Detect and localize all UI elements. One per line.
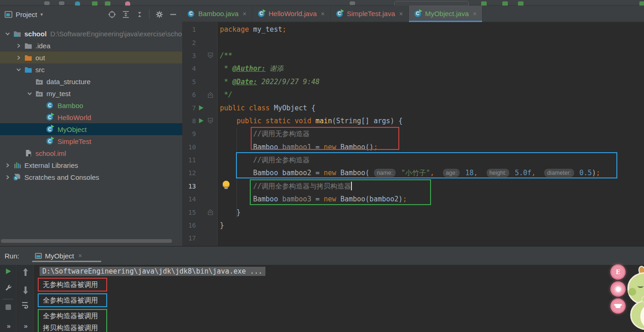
run-tab-myobject[interactable]: MyObject × <box>32 246 101 265</box>
run-line-icon[interactable] <box>196 118 206 124</box>
desktop-pet-overlay: E <box>611 265 644 332</box>
code-line-2[interactable]: 2 <box>182 36 644 49</box>
fold-open-icon[interactable] <box>206 52 214 58</box>
iml-file-icon <box>23 149 33 157</box>
down-arrow-icon[interactable] <box>17 286 34 295</box>
tree-item-external-libraries[interactable]: External Libraries <box>0 159 182 171</box>
toolbar-remnant-icon <box>44 1 50 5</box>
console-line[interactable]: D:\SoftwareEngineering\java\jdk\jdk8\bin… <box>40 267 265 276</box>
scratches-icon <box>12 173 22 181</box>
fold-close-icon[interactable] <box>206 92 214 98</box>
fold-close-icon[interactable] <box>206 209 214 215</box>
tree-item-out[interactable]: out <box>0 52 182 63</box>
hide-panel-icon[interactable] <box>167 9 178 20</box>
code-line-4[interactable]: 4 * @Author: 谢添 <box>182 62 644 75</box>
project-window-icon <box>5 11 12 18</box>
code-text: */ <box>217 91 232 99</box>
tree-item-helloworld[interactable]: CHelloWorld <box>0 111 182 123</box>
more-options-chevrons[interactable]: » <box>17 322 34 330</box>
tab-myobject-java[interactable]: CMyObject.java× <box>409 6 483 22</box>
dragon-cheek <box>628 288 636 296</box>
tree-item-label: External Libraries <box>24 161 78 169</box>
code-line-3[interactable]: 3/** <box>182 49 644 62</box>
code-line-17[interactable]: 17 <box>182 232 644 245</box>
chevron-collapsed-icon[interactable] <box>3 163 12 168</box>
pet-button-clothes[interactable] <box>612 300 624 312</box>
console-line[interactable]: 全参构造器被调用 <box>43 310 98 322</box>
tree-item-bamboo[interactable]: CBamboo <box>0 99 182 111</box>
close-icon[interactable]: × <box>473 10 477 17</box>
line-number: 5 <box>182 78 196 86</box>
fold-open-icon[interactable] <box>206 118 214 124</box>
run-line-icon[interactable] <box>196 105 206 111</box>
code-line-6[interactable]: 6 */ <box>182 88 644 101</box>
code-editor[interactable]: 1package my_test;23/**4 * @Author: 谢添5 *… <box>182 22 644 246</box>
chevron-expanded-icon[interactable] <box>14 67 23 72</box>
tree-item--idea[interactable]: .idea <box>0 40 182 52</box>
tree-item-scratches-and-consoles[interactable]: Scratches and Consoles <box>0 171 182 183</box>
rerun-button[interactable] <box>0 268 17 275</box>
console-line[interactable]: 全参构造器被调用 <box>43 294 98 306</box>
run-badge-icon <box>419 9 422 13</box>
stop-button-disabled[interactable] <box>0 304 17 310</box>
tab-simpletest-java[interactable]: CSimpleTest.java× <box>331 6 409 22</box>
intention-bulb-icon[interactable] <box>223 181 230 188</box>
tab-helloworld-java[interactable]: CHelloWorld.java× <box>253 6 331 22</box>
tree-item-label: Scratches and Consoles <box>24 173 99 181</box>
expand-all-icon[interactable] <box>120 9 131 20</box>
console-line[interactable]: 无参构造器被调用 <box>43 279 98 291</box>
chevron-collapsed-icon[interactable] <box>14 55 23 60</box>
project-path: D:\SoftwareEngineering\java\exercise\sch… <box>50 30 182 38</box>
close-icon[interactable]: × <box>399 10 403 17</box>
code-line-7[interactable]: 7public class MyObject { <box>182 101 644 114</box>
chevron-expanded-icon[interactable] <box>25 91 34 96</box>
more-options-chevrons[interactable]: » <box>0 322 17 330</box>
tree-item-src[interactable]: src <box>0 63 182 75</box>
soft-wrap-icon[interactable] <box>17 301 34 309</box>
up-arrow-icon[interactable] <box>17 268 34 276</box>
line-number: 11 <box>182 156 196 164</box>
project-horizontal-scrollbar[interactable] <box>1 239 172 243</box>
code-line-5[interactable]: 5 * @Date: 2022/9/27 9:48 <box>182 75 644 88</box>
project-folder-icon <box>12 30 22 37</box>
close-icon[interactable]: × <box>78 252 82 259</box>
close-icon[interactable]: × <box>243 10 247 17</box>
code-text: } <box>217 208 241 217</box>
tree-item-school-iml[interactable]: school.iml <box>0 147 182 159</box>
chevron-expanded-icon[interactable] <box>3 31 12 36</box>
collapse-all-icon[interactable] <box>134 9 145 20</box>
chevron-collapsed-icon[interactable] <box>14 43 23 48</box>
pet-button-glow[interactable] <box>612 283 624 295</box>
all-arg-constructor-box <box>236 152 617 178</box>
no-arg-constructor-box <box>251 127 399 150</box>
console-line[interactable]: 拷贝构造器被调用 <box>43 322 98 332</box>
tree-item-label: MyObject <box>58 126 86 133</box>
tab-bamboo-java[interactable]: CBamboo.java× <box>182 6 253 22</box>
line-number: 4 <box>182 65 196 72</box>
tree-item-simpletest[interactable]: CSimpleTest <box>0 135 182 147</box>
intellij-window: Project ▾ <box>0 0 644 332</box>
gutter: 5 <box>182 78 217 86</box>
code-line-15[interactable]: 15 } <box>182 206 644 218</box>
tree-item-school[interactable]: schoolD:\SoftwareEngineering\java\exerci… <box>0 28 182 40</box>
line-number: 13 <box>182 183 196 190</box>
tree-item-data-structure[interactable]: data_structure <box>0 75 182 87</box>
close-icon[interactable]: × <box>321 10 325 17</box>
chevron-collapsed-icon[interactable] <box>3 175 12 180</box>
code-line-8[interactable]: 8 public static void main(String[] args)… <box>182 114 644 127</box>
pet-button-e[interactable]: E <box>612 266 624 278</box>
code-line-16[interactable]: 16} <box>182 219 644 232</box>
console-annotation-box: 无参构造器被调用 <box>38 278 107 292</box>
pet-dragon-sticker[interactable] <box>627 266 644 332</box>
tree-item-myobject[interactable]: CMyObject <box>0 123 182 135</box>
build-settings-wrench-icon[interactable] <box>0 284 17 292</box>
toolbar-remnant-icon <box>481 1 487 6</box>
settings-gear-icon[interactable] <box>154 9 165 20</box>
run-tool-window: Run: MyObject × » <box>0 246 644 332</box>
run-console-output[interactable]: D:\SoftwareEngineering\java\jdk\jdk8\bin… <box>34 265 644 332</box>
locate-file-icon[interactable] <box>106 9 117 20</box>
code-line-1[interactable]: 1package my_test; <box>182 23 644 36</box>
dragon-eye <box>638 284 644 288</box>
tree-item-my-test[interactable]: my_test <box>0 87 182 99</box>
project-view-selector[interactable]: Project ▾ <box>5 11 43 18</box>
